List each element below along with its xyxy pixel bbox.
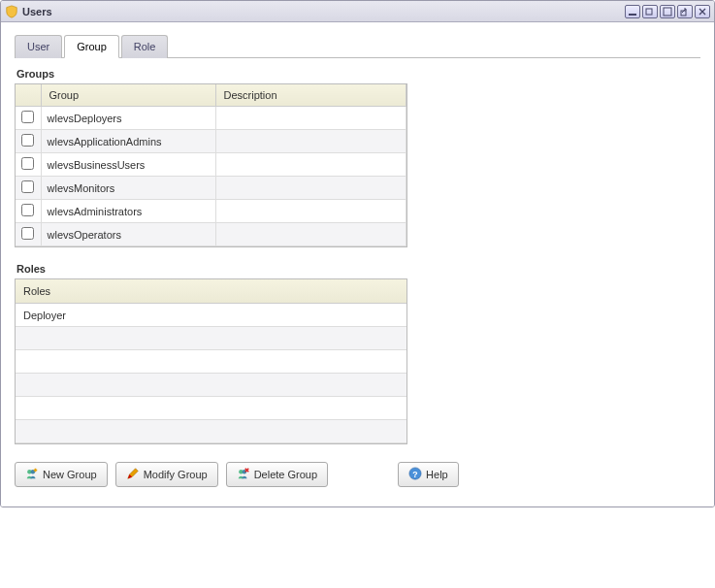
table-row[interactable]: wlevsApplicationAdmins xyxy=(16,130,406,153)
groups-heading: Groups xyxy=(16,68,700,80)
table-row[interactable]: Deployer xyxy=(16,304,406,327)
table-row[interactable] xyxy=(16,420,406,443)
help-button[interactable]: ? Help xyxy=(398,462,459,487)
cell-description xyxy=(215,107,406,130)
window-controls xyxy=(625,5,710,18)
modify-group-button[interactable]: Modify Group xyxy=(115,462,218,487)
cell-role xyxy=(16,350,406,374)
help-icon: ? xyxy=(408,467,422,482)
cell-group: wlevsMonitors xyxy=(41,177,215,200)
tab-strip: User Group Role xyxy=(15,34,700,58)
table-row[interactable]: wlevsMonitors xyxy=(16,177,406,200)
collapse-button[interactable] xyxy=(625,5,640,18)
cell-role xyxy=(16,397,406,420)
group-add-icon xyxy=(25,467,39,482)
col-group[interactable]: Group xyxy=(41,84,215,107)
cell-description xyxy=(215,200,406,223)
cell-description xyxy=(215,130,406,153)
roles-table: Roles Deployer xyxy=(15,278,407,444)
groups-table: Group Description wlevsDeployerswlevsApp… xyxy=(15,83,407,247)
col-description[interactable]: Description xyxy=(215,84,406,107)
close-button[interactable] xyxy=(695,5,710,18)
tab-group[interactable]: Group xyxy=(64,35,119,58)
shield-icon xyxy=(5,5,18,18)
cell-group: wlevsOperators xyxy=(41,223,215,246)
row-checkbox[interactable] xyxy=(21,227,34,240)
table-row[interactable] xyxy=(16,397,406,420)
tab-role[interactable]: Role xyxy=(121,35,169,58)
window-title: Users xyxy=(22,6,625,17)
cell-role xyxy=(16,374,406,397)
cell-description xyxy=(215,177,406,200)
cell-group: wlevsDeployers xyxy=(41,107,215,130)
button-label: Modify Group xyxy=(144,469,208,480)
cell-role xyxy=(16,327,406,350)
roles-heading: Roles xyxy=(16,263,700,275)
cell-group: wlevsAdministrators xyxy=(41,200,215,223)
group-delete-icon xyxy=(237,467,250,482)
row-checkbox[interactable] xyxy=(21,204,34,216)
row-checkbox[interactable] xyxy=(21,134,34,147)
tab-label: Role xyxy=(134,41,156,52)
tab-label: User xyxy=(27,41,49,52)
button-label: Help xyxy=(426,469,448,480)
svg-text:?: ? xyxy=(412,470,417,479)
maximize-button[interactable] xyxy=(660,5,675,18)
delete-group-button[interactable]: Delete Group xyxy=(226,462,328,487)
tab-label: Group xyxy=(77,41,107,52)
svg-rect-0 xyxy=(629,14,636,16)
table-row[interactable] xyxy=(16,374,406,397)
pencil-icon xyxy=(126,467,140,482)
new-group-button[interactable]: New Group xyxy=(15,462,108,487)
button-label: New Group xyxy=(43,469,97,480)
cell-role xyxy=(16,420,406,443)
table-row[interactable] xyxy=(16,327,406,350)
tab-user[interactable]: User xyxy=(15,35,62,58)
row-checkbox[interactable] xyxy=(21,180,34,193)
svg-rect-1 xyxy=(646,9,652,15)
cell-group: wlevsApplicationAdmins xyxy=(41,130,215,153)
button-row: New Group Modify Group Delete Group ? He… xyxy=(15,462,700,487)
button-label: Delete Group xyxy=(254,469,317,480)
table-row[interactable]: wlevsDeployers xyxy=(16,107,406,130)
restore-button[interactable] xyxy=(642,5,658,18)
col-check xyxy=(16,84,41,107)
row-checkbox[interactable] xyxy=(21,157,34,170)
table-row[interactable]: wlevsBusinessUsers xyxy=(16,153,406,177)
table-row[interactable]: wlevsOperators xyxy=(16,223,406,246)
titlebar: Users xyxy=(1,1,714,22)
cell-description xyxy=(215,223,406,246)
users-window: Users User Group Role Groups Group De xyxy=(0,0,715,507)
table-header-row: Roles xyxy=(16,279,406,304)
col-roles[interactable]: Roles xyxy=(16,279,406,304)
detach-button[interactable] xyxy=(677,5,693,18)
table-row[interactable] xyxy=(16,350,406,374)
content-area: User Group Role Groups Group Description… xyxy=(1,22,714,506)
table-header-row: Group Description xyxy=(16,84,406,107)
svg-rect-2 xyxy=(664,8,671,16)
row-checkbox[interactable] xyxy=(21,111,34,123)
cell-role: Deployer xyxy=(16,304,406,327)
cell-group: wlevsBusinessUsers xyxy=(41,153,215,177)
cell-description xyxy=(215,153,406,177)
table-row[interactable]: wlevsAdministrators xyxy=(16,200,406,223)
